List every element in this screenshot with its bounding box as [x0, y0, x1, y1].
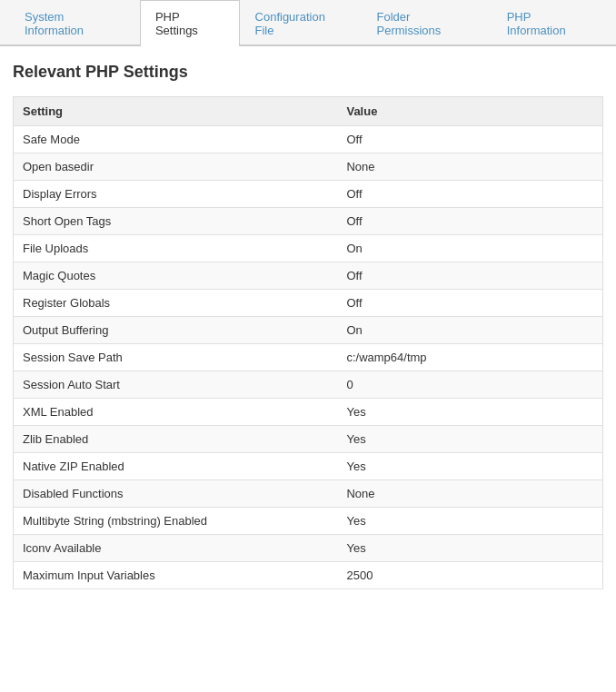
cell-setting: Disabled Functions — [14, 480, 338, 508]
tab-system-information[interactable]: System Information — [9, 0, 140, 46]
table-row: Safe ModeOff — [14, 126, 603, 153]
cell-value: Yes — [337, 508, 602, 535]
cell-setting: File Uploads — [14, 235, 338, 262]
cell-value: 2500 — [337, 562, 602, 589]
cell-value: c:/wamp64/tmp — [337, 344, 602, 371]
cell-value: Off — [337, 208, 602, 235]
cell-value: Yes — [337, 535, 602, 562]
col-header-setting: Setting — [14, 97, 338, 126]
cell-setting: Register Globals — [14, 290, 338, 317]
cell-setting: Display Errors — [14, 181, 338, 208]
table-row: File UploadsOn — [14, 235, 603, 262]
cell-value: Off — [337, 290, 602, 317]
table-row: Open basedirNone — [14, 153, 603, 181]
table-row: Maximum Input Variables2500 — [14, 562, 603, 589]
settings-table: Setting Value Safe ModeOffOpen basedirNo… — [13, 96, 603, 589]
cell-setting: Session Auto Start — [14, 371, 338, 399]
cell-value: 0 — [337, 371, 602, 399]
cell-value: None — [337, 480, 602, 508]
tab-php-information[interactable]: PHP Information — [492, 0, 607, 46]
table-row: XML EnabledYes — [14, 399, 603, 426]
table-row: Short Open TagsOff — [14, 208, 603, 235]
tabs-bar: System InformationPHP SettingsConfigurat… — [0, 0, 616, 46]
page-content: Relevant PHP Settings Setting Value Safe… — [0, 46, 616, 602]
table-row: Multibyte String (mbstring) EnabledYes — [14, 508, 603, 535]
tab-configuration-file[interactable]: Configuration File — [240, 0, 362, 46]
tab-folder-permissions[interactable]: Folder Permissions — [362, 0, 492, 46]
cell-setting: Output Buffering — [14, 317, 338, 344]
cell-setting: Magic Quotes — [14, 262, 338, 290]
cell-value: Off — [337, 126, 602, 153]
table-row: Disabled FunctionsNone — [14, 480, 603, 508]
cell-value: Off — [337, 181, 602, 208]
table-row: Output BufferingOn — [14, 317, 603, 344]
tab-php-settings[interactable]: PHP Settings — [140, 0, 240, 46]
cell-setting: Short Open Tags — [14, 208, 338, 235]
cell-value: Off — [337, 262, 602, 290]
cell-value: None — [337, 153, 602, 181]
table-row: Session Save Pathc:/wamp64/tmp — [14, 344, 603, 371]
table-row: Native ZIP EnabledYes — [14, 453, 603, 480]
cell-setting: Native ZIP Enabled — [14, 453, 338, 480]
col-header-value: Value — [337, 97, 602, 126]
cell-value: Yes — [337, 399, 602, 426]
cell-setting: XML Enabled — [14, 399, 338, 426]
cell-setting: Multibyte String (mbstring) Enabled — [14, 508, 338, 535]
table-row: Session Auto Start0 — [14, 371, 603, 399]
table-row: Iconv AvailableYes — [14, 535, 603, 562]
cell-setting: Safe Mode — [14, 126, 338, 153]
table-row: Zlib EnabledYes — [14, 426, 603, 453]
table-row: Register GlobalsOff — [14, 290, 603, 317]
cell-setting: Iconv Available — [14, 535, 338, 562]
cell-setting: Zlib Enabled — [14, 426, 338, 453]
cell-setting: Maximum Input Variables — [14, 562, 338, 589]
cell-setting: Session Save Path — [14, 344, 338, 371]
table-row: Magic QuotesOff — [14, 262, 603, 290]
table-row: Display ErrorsOff — [14, 181, 603, 208]
cell-value: Yes — [337, 453, 602, 480]
cell-setting: Open basedir — [14, 153, 338, 181]
page-title: Relevant PHP Settings — [13, 63, 603, 82]
cell-value: Yes — [337, 426, 602, 453]
cell-value: On — [337, 235, 602, 262]
cell-value: On — [337, 317, 602, 344]
